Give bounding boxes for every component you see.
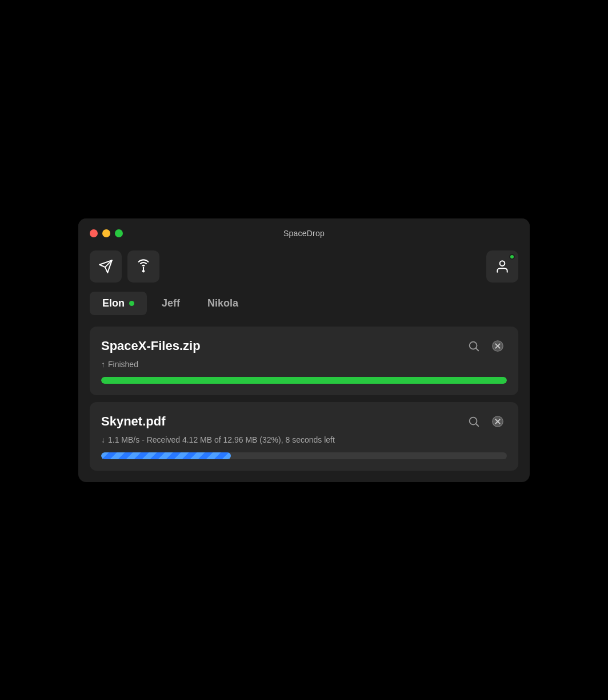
transfer-header-spacex: SpaceX-Files.zip: [101, 337, 507, 355]
close-circle-icon-skynet: [491, 415, 504, 428]
peer-nikola-label: Nikola: [207, 297, 238, 309]
titlebar: SpaceDrop: [78, 218, 530, 246]
transfer-actions-skynet: [465, 412, 507, 431]
cancel-button-spacex[interactable]: [489, 337, 507, 355]
progress-track-spacex: [101, 377, 507, 384]
close-button[interactable]: [90, 229, 98, 237]
peer-elon-dot: [129, 301, 134, 306]
download-arrow-icon: ↓: [101, 435, 105, 444]
upload-arrow-icon: ↑: [101, 360, 105, 369]
progress-fill-skynet: [101, 452, 231, 459]
svg-line-11: [476, 424, 478, 426]
transfers-list: SpaceX-Files.zip: [78, 327, 530, 482]
transfer-header-skynet: Skynet.pdf: [101, 412, 507, 431]
profile-button[interactable]: [486, 250, 518, 283]
transfer-filename-skynet: Skynet.pdf: [101, 414, 165, 429]
toolbar: [78, 246, 530, 292]
search-button-spacex[interactable]: [465, 337, 483, 355]
transfer-card-spacex: SpaceX-Files.zip: [90, 327, 518, 395]
transfer-status-text-spacex: Finished: [108, 360, 138, 369]
close-circle-icon: [491, 340, 504, 352]
progress-fill-spacex: [101, 377, 507, 384]
airdrop-icon: [135, 258, 151, 275]
traffic-lights: [90, 229, 123, 237]
peer-tab-nikola[interactable]: Nikola: [195, 292, 251, 315]
send-icon: [98, 259, 113, 274]
transfer-filename-spacex: SpaceX-Files.zip: [101, 339, 201, 353]
peer-tab-jeff[interactable]: Jeff: [149, 292, 193, 315]
peer-elon-label: Elon: [102, 297, 125, 309]
peer-tab-elon[interactable]: Elon: [90, 292, 147, 315]
transfer-status-skynet: ↓ 1.1 MB/s - Received 4.12 MB of 12.96 M…: [101, 435, 507, 444]
transfer-card-skynet: Skynet.pdf: [90, 402, 518, 471]
svg-point-10: [470, 417, 477, 424]
profile-icon: [495, 259, 510, 274]
transfer-actions-spacex: [465, 337, 507, 355]
airdrop-button[interactable]: [127, 250, 159, 283]
minimize-button[interactable]: [102, 229, 110, 237]
send-button[interactable]: [90, 250, 122, 283]
transfer-status-spacex: ↑ Finished: [101, 360, 507, 369]
svg-line-6: [476, 348, 478, 351]
profile-online-dot: [509, 254, 515, 260]
peers-bar: Elon Jeff Nikola: [78, 292, 530, 327]
search-button-skynet[interactable]: [465, 412, 483, 431]
svg-point-4: [500, 261, 505, 266]
search-icon: [467, 340, 480, 352]
transfer-status-text-skynet: 1.1 MB/s - Received 4.12 MB of 12.96 MB …: [108, 435, 335, 444]
svg-point-5: [470, 341, 477, 349]
cancel-button-skynet[interactable]: [489, 412, 507, 431]
progress-track-skynet: [101, 452, 507, 459]
maximize-button[interactable]: [115, 229, 123, 237]
peer-jeff-label: Jeff: [162, 297, 180, 309]
search-icon-skynet: [467, 415, 480, 428]
app-window: SpaceDrop: [78, 218, 530, 482]
window-title: SpaceDrop: [283, 229, 325, 238]
